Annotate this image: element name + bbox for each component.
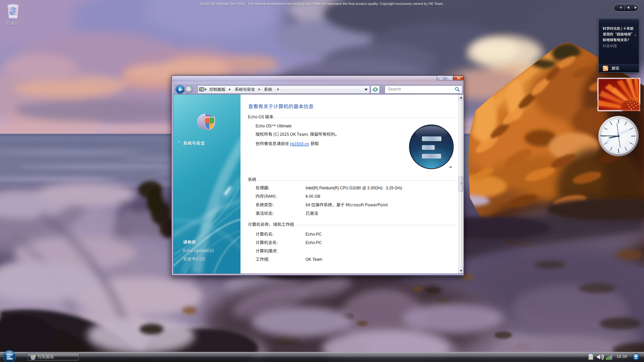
- svg-text:™: ™: [449, 166, 452, 170]
